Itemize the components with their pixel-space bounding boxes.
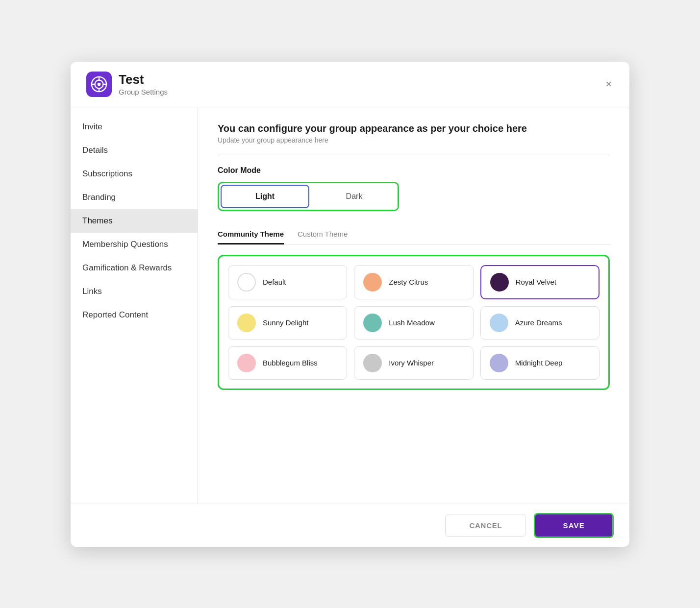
- theme-label-bubblegum-bliss: Bubblegum Bliss: [263, 359, 318, 367]
- theme-card-bubblegum-bliss[interactable]: Bubblegum Bliss: [228, 346, 347, 380]
- theme-swatch-midnight-deep: [490, 354, 508, 372]
- theme-grid-wrapper: DefaultZesty CitrusRoyal VelvetSunny Del…: [218, 255, 610, 390]
- header-text: Test Group Settings: [119, 72, 168, 96]
- header-subtitle: Group Settings: [119, 88, 168, 96]
- sidebar-item-reported-content[interactable]: Reported Content: [71, 303, 198, 327]
- theme-swatch-azure-dreams: [490, 314, 508, 332]
- header-title: Test: [119, 72, 168, 87]
- theme-card-lush-meadow[interactable]: Lush Meadow: [354, 306, 473, 340]
- modal-header: Test Group Settings ×: [71, 62, 629, 107]
- theme-card-ivory-whisper[interactable]: Ivory Whisper: [354, 346, 473, 380]
- theme-label-lush-meadow: Lush Meadow: [389, 318, 434, 327]
- theme-label-midnight-deep: Midnight Deep: [515, 359, 563, 367]
- color-mode-label: Color Mode: [218, 166, 610, 175]
- theme-label-sunny-delight: Sunny Delight: [263, 318, 308, 327]
- sidebar-item-membership-questions[interactable]: Membership Questions: [71, 233, 198, 256]
- theme-tab-community[interactable]: Community Theme: [218, 225, 284, 244]
- sidebar-item-branding[interactable]: Branding: [71, 186, 198, 209]
- close-button[interactable]: ×: [601, 77, 616, 92]
- save-button[interactable]: SAVE: [534, 513, 614, 538]
- theme-swatch-zesty-citrus: [363, 273, 382, 292]
- app-logo: [86, 72, 112, 97]
- sidebar: InviteDetailsSubscriptionsBrandingThemes…: [71, 107, 198, 504]
- svg-point-2: [98, 82, 101, 86]
- modal-body: InviteDetailsSubscriptionsBrandingThemes…: [71, 107, 629, 504]
- theme-swatch-default: [237, 273, 256, 292]
- theme-card-midnight-deep[interactable]: Midnight Deep: [480, 346, 600, 380]
- modal-footer: CANCEL SAVE: [71, 504, 629, 547]
- theme-swatch-royal-velvet: [490, 273, 509, 292]
- cancel-button[interactable]: CANCEL: [445, 514, 526, 537]
- sidebar-item-invite[interactable]: Invite: [71, 115, 198, 139]
- theme-card-zesty-citrus[interactable]: Zesty Citrus: [354, 265, 473, 299]
- theme-grid: DefaultZesty CitrusRoyal VelvetSunny Del…: [228, 265, 600, 380]
- theme-swatch-lush-meadow: [363, 314, 382, 332]
- color-mode-group: LightDark: [218, 182, 399, 211]
- theme-swatch-sunny-delight: [237, 314, 256, 332]
- sidebar-item-gamification[interactable]: Gamification & Rewards: [71, 256, 198, 280]
- theme-label-royal-velvet: Royal Velvet: [516, 278, 556, 286]
- theme-tabs: Community ThemeCustom Theme: [218, 225, 610, 245]
- page-subheading: Update your group appearance here: [218, 136, 610, 144]
- theme-card-default[interactable]: Default: [228, 265, 347, 299]
- theme-swatch-bubblegum-bliss: [237, 354, 256, 372]
- color-mode-dark[interactable]: Dark: [311, 183, 398, 210]
- theme-card-royal-velvet[interactable]: Royal Velvet: [480, 265, 600, 299]
- theme-card-sunny-delight[interactable]: Sunny Delight: [228, 306, 347, 340]
- sidebar-item-subscriptions[interactable]: Subscriptions: [71, 162, 198, 186]
- theme-card-azure-dreams[interactable]: Azure Dreams: [480, 306, 600, 340]
- theme-swatch-ivory-whisper: [363, 354, 382, 372]
- divider: [218, 154, 610, 154]
- main-content: You can configure your group appearance …: [198, 107, 629, 504]
- sidebar-item-details[interactable]: Details: [71, 139, 198, 162]
- theme-label-zesty-citrus: Zesty Citrus: [389, 278, 428, 286]
- theme-tab-custom[interactable]: Custom Theme: [298, 225, 348, 244]
- color-mode-light[interactable]: Light: [221, 185, 309, 208]
- theme-label-default: Default: [263, 278, 286, 286]
- theme-label-azure-dreams: Azure Dreams: [515, 318, 562, 327]
- settings-modal: Test Group Settings × InviteDetailsSubsc…: [71, 62, 629, 547]
- page-heading: You can configure your group appearance …: [218, 123, 610, 134]
- sidebar-item-themes[interactable]: Themes: [71, 209, 198, 233]
- sidebar-item-links[interactable]: Links: [71, 280, 198, 303]
- theme-label-ivory-whisper: Ivory Whisper: [389, 359, 434, 367]
